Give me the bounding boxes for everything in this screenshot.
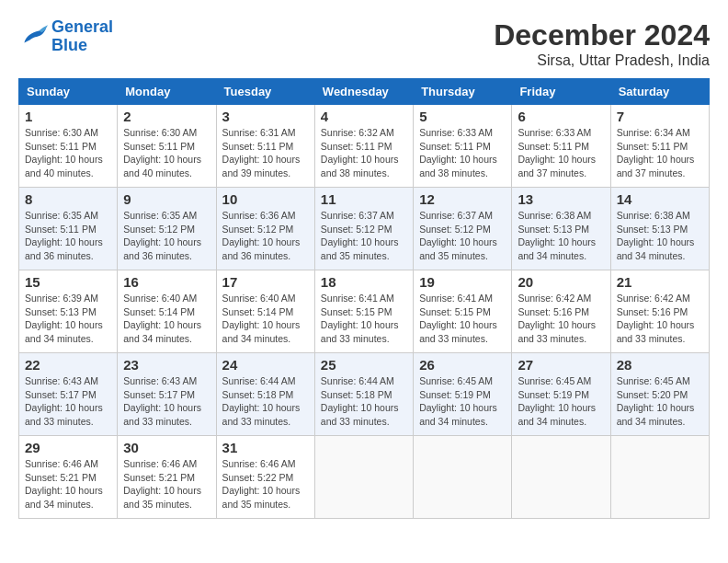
calendar-day-cell: 5 Sunrise: 6:33 AM Sunset: 5:11 PM Dayli…	[414, 105, 512, 188]
day-of-week-header: Sunday	[19, 79, 118, 105]
calendar-day-cell: 24 Sunrise: 6:44 AM Sunset: 5:18 PM Dayl…	[216, 353, 314, 436]
calendar-table: SundayMondayTuesdayWednesdayThursdayFrid…	[18, 78, 710, 519]
day-info: Sunrise: 6:38 AM Sunset: 5:13 PM Dayligh…	[518, 209, 604, 263]
day-number: 31	[222, 440, 309, 455]
day-info: Sunrise: 6:32 AM Sunset: 5:11 PM Dayligh…	[321, 126, 407, 180]
day-info: Sunrise: 6:35 AM Sunset: 5:12 PM Dayligh…	[123, 209, 210, 263]
day-info: Sunrise: 6:40 AM Sunset: 5:14 PM Dayligh…	[222, 292, 309, 346]
day-number: 18	[321, 274, 407, 290]
calendar-day-cell: 7 Sunrise: 6:34 AM Sunset: 5:11 PM Dayli…	[610, 105, 709, 188]
calendar-week-row: 1 Sunrise: 6:30 AM Sunset: 5:11 PM Dayli…	[19, 105, 710, 188]
day-info: Sunrise: 6:37 AM Sunset: 5:12 PM Dayligh…	[321, 209, 407, 263]
day-info: Sunrise: 6:46 AM Sunset: 5:22 PM Dayligh…	[222, 457, 309, 511]
empty-day-cell	[414, 436, 512, 519]
day-info: Sunrise: 6:33 AM Sunset: 5:11 PM Dayligh…	[419, 126, 506, 180]
day-info: Sunrise: 6:43 AM Sunset: 5:17 PM Dayligh…	[25, 374, 111, 429]
day-number: 10	[222, 191, 309, 207]
calendar-day-cell: 30 Sunrise: 6:46 AM Sunset: 5:21 PM Dayl…	[118, 436, 216, 519]
day-number: 26	[419, 357, 506, 373]
day-number: 13	[518, 191, 604, 207]
day-info: Sunrise: 6:30 AM Sunset: 5:11 PM Dayligh…	[123, 126, 210, 180]
day-number: 3	[222, 109, 309, 124]
day-info: Sunrise: 6:42 AM Sunset: 5:16 PM Dayligh…	[518, 292, 604, 346]
calendar-day-cell: 29 Sunrise: 6:46 AM Sunset: 5:21 PM Dayl…	[19, 436, 118, 519]
day-number: 14	[617, 191, 703, 207]
day-number: 12	[419, 191, 506, 207]
day-number: 29	[25, 440, 111, 455]
calendar-day-cell: 4 Sunrise: 6:32 AM Sunset: 5:11 PM Dayli…	[314, 105, 413, 188]
calendar-day-cell: 17 Sunrise: 6:40 AM Sunset: 5:14 PM Dayl…	[216, 270, 314, 353]
calendar-day-cell: 19 Sunrise: 6:41 AM Sunset: 5:15 PM Dayl…	[414, 270, 512, 353]
day-number: 4	[321, 109, 407, 124]
calendar-week-row: 15 Sunrise: 6:39 AM Sunset: 5:13 PM Dayl…	[19, 270, 710, 353]
empty-day-cell	[314, 436, 413, 519]
calendar-day-cell: 2 Sunrise: 6:30 AM Sunset: 5:11 PM Dayli…	[118, 105, 216, 188]
logo-icon	[18, 22, 48, 52]
day-info: Sunrise: 6:46 AM Sunset: 5:21 PM Dayligh…	[25, 457, 111, 511]
calendar-day-cell: 6 Sunrise: 6:33 AM Sunset: 5:11 PM Dayli…	[512, 105, 610, 188]
day-of-week-header: Friday	[512, 79, 610, 105]
calendar-day-cell: 23 Sunrise: 6:43 AM Sunset: 5:17 PM Dayl…	[118, 353, 216, 436]
logo-text: General Blue	[51, 18, 113, 55]
day-number: 25	[321, 357, 407, 373]
calendar-day-cell: 16 Sunrise: 6:40 AM Sunset: 5:14 PM Dayl…	[118, 270, 216, 353]
calendar-day-cell: 1 Sunrise: 6:30 AM Sunset: 5:11 PM Dayli…	[19, 105, 118, 188]
calendar-day-cell: 9 Sunrise: 6:35 AM Sunset: 5:12 PM Dayli…	[118, 188, 216, 270]
day-info: Sunrise: 6:31 AM Sunset: 5:11 PM Dayligh…	[222, 126, 309, 180]
day-number: 20	[518, 274, 604, 290]
day-of-week-header: Tuesday	[216, 79, 314, 105]
day-info: Sunrise: 6:41 AM Sunset: 5:15 PM Dayligh…	[321, 292, 407, 346]
day-number: 23	[123, 357, 210, 373]
day-info: Sunrise: 6:45 AM Sunset: 5:19 PM Dayligh…	[518, 374, 604, 429]
day-of-week-header: Thursday	[414, 79, 512, 105]
calendar-day-cell: 3 Sunrise: 6:31 AM Sunset: 5:11 PM Dayli…	[216, 105, 314, 188]
day-info: Sunrise: 6:36 AM Sunset: 5:12 PM Dayligh…	[222, 209, 309, 263]
day-number: 15	[25, 274, 111, 290]
day-number: 6	[518, 109, 604, 124]
day-number: 11	[321, 191, 407, 207]
calendar-day-cell: 13 Sunrise: 6:38 AM Sunset: 5:13 PM Dayl…	[512, 188, 610, 270]
day-info: Sunrise: 6:38 AM Sunset: 5:13 PM Dayligh…	[617, 209, 703, 263]
day-number: 16	[123, 274, 210, 290]
day-info: Sunrise: 6:41 AM Sunset: 5:15 PM Dayligh…	[419, 292, 506, 346]
day-number: 8	[25, 191, 111, 207]
calendar-week-row: 22 Sunrise: 6:43 AM Sunset: 5:17 PM Dayl…	[19, 353, 710, 436]
calendar-day-cell: 27 Sunrise: 6:45 AM Sunset: 5:19 PM Dayl…	[512, 353, 610, 436]
day-number: 1	[25, 109, 111, 124]
empty-day-cell	[512, 436, 610, 519]
calendar-day-cell: 22 Sunrise: 6:43 AM Sunset: 5:17 PM Dayl…	[19, 353, 118, 436]
day-number: 19	[419, 274, 506, 290]
day-info: Sunrise: 6:43 AM Sunset: 5:17 PM Dayligh…	[123, 374, 210, 429]
calendar-day-cell: 14 Sunrise: 6:38 AM Sunset: 5:13 PM Dayl…	[610, 188, 709, 270]
calendar-day-cell: 15 Sunrise: 6:39 AM Sunset: 5:13 PM Dayl…	[19, 270, 118, 353]
day-of-week-header: Monday	[118, 79, 216, 105]
calendar-day-cell: 10 Sunrise: 6:36 AM Sunset: 5:12 PM Dayl…	[216, 188, 314, 270]
day-info: Sunrise: 6:30 AM Sunset: 5:11 PM Dayligh…	[25, 126, 111, 180]
day-of-week-header: Saturday	[610, 79, 709, 105]
calendar-day-cell: 25 Sunrise: 6:44 AM Sunset: 5:18 PM Dayl…	[314, 353, 413, 436]
calendar-day-cell: 31 Sunrise: 6:46 AM Sunset: 5:22 PM Dayl…	[216, 436, 314, 519]
day-of-week-header: Wednesday	[314, 79, 413, 105]
day-info: Sunrise: 6:44 AM Sunset: 5:18 PM Dayligh…	[321, 374, 407, 429]
day-info: Sunrise: 6:34 AM Sunset: 5:11 PM Dayligh…	[617, 126, 703, 180]
day-info: Sunrise: 6:46 AM Sunset: 5:21 PM Dayligh…	[123, 457, 210, 511]
calendar-day-cell: 26 Sunrise: 6:45 AM Sunset: 5:19 PM Dayl…	[414, 353, 512, 436]
empty-day-cell	[610, 436, 709, 519]
calendar-day-cell: 18 Sunrise: 6:41 AM Sunset: 5:15 PM Dayl…	[314, 270, 413, 353]
calendar-day-cell: 12 Sunrise: 6:37 AM Sunset: 5:12 PM Dayl…	[414, 188, 512, 270]
day-info: Sunrise: 6:45 AM Sunset: 5:19 PM Dayligh…	[419, 374, 506, 429]
day-info: Sunrise: 6:33 AM Sunset: 5:11 PM Dayligh…	[518, 126, 604, 180]
title-block: December 2024 Sirsa, Uttar Pradesh, Indi…	[494, 18, 710, 69]
day-info: Sunrise: 6:40 AM Sunset: 5:14 PM Dayligh…	[123, 292, 210, 346]
day-info: Sunrise: 6:42 AM Sunset: 5:16 PM Dayligh…	[617, 292, 703, 346]
calendar-week-row: 29 Sunrise: 6:46 AM Sunset: 5:21 PM Dayl…	[19, 436, 710, 519]
day-info: Sunrise: 6:44 AM Sunset: 5:18 PM Dayligh…	[222, 374, 309, 429]
day-info: Sunrise: 6:37 AM Sunset: 5:12 PM Dayligh…	[419, 209, 506, 263]
calendar-header-row: SundayMondayTuesdayWednesdayThursdayFrid…	[19, 79, 710, 105]
day-number: 27	[518, 357, 604, 373]
day-number: 22	[25, 357, 111, 373]
day-info: Sunrise: 6:35 AM Sunset: 5:11 PM Dayligh…	[25, 209, 111, 263]
calendar-week-row: 8 Sunrise: 6:35 AM Sunset: 5:11 PM Dayli…	[19, 188, 710, 270]
location: Sirsa, Uttar Pradesh, India	[494, 52, 710, 69]
calendar-day-cell: 21 Sunrise: 6:42 AM Sunset: 5:16 PM Dayl…	[610, 270, 709, 353]
